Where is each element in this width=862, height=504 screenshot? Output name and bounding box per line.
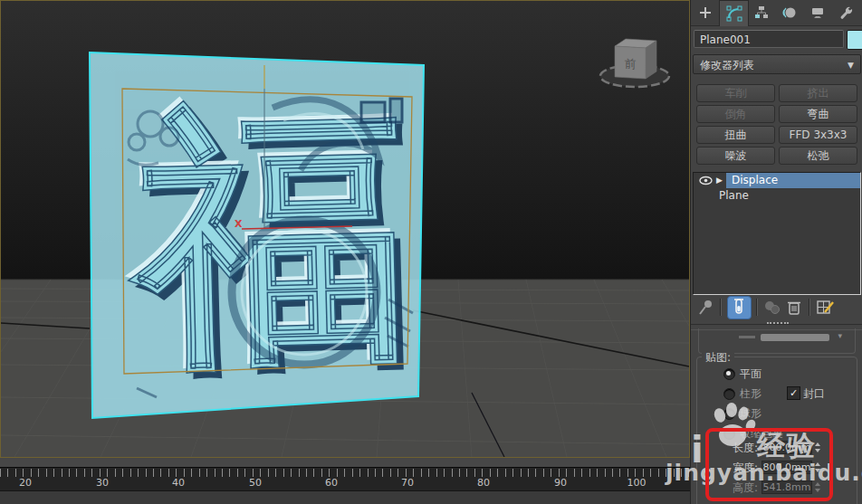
radio-cylindrical[interactable] bbox=[723, 388, 735, 400]
object-color-swatch[interactable] bbox=[847, 30, 862, 50]
radio-spherical[interactable] bbox=[723, 408, 735, 420]
chevron-down-icon: ▼ bbox=[848, 55, 854, 75]
make-unique-icon[interactable] bbox=[763, 300, 781, 316]
ruler-label: 60 bbox=[325, 477, 338, 489]
modifier-button-lathe[interactable]: 车削 bbox=[696, 84, 775, 102]
annotation-highlight-rectangle bbox=[705, 428, 833, 501]
time-slider-strip[interactable] bbox=[0, 458, 690, 468]
ruler-ticks bbox=[0, 469, 690, 477]
modifier-list-dropdown[interactable]: 修改器列表 ▼ bbox=[693, 54, 861, 74]
pin-stack-icon[interactable] bbox=[698, 299, 714, 317]
utilities-wrench-icon bbox=[838, 5, 853, 20]
motion-icon bbox=[782, 5, 797, 20]
radio-planar[interactable] bbox=[723, 368, 735, 380]
ruler-label: 70 bbox=[401, 477, 414, 489]
remove-modifier-trash-icon[interactable] bbox=[787, 299, 801, 316]
tab-hierarchy[interactable] bbox=[747, 0, 775, 25]
modifier-button-extrude[interactable]: 挤出 bbox=[779, 84, 857, 102]
ruler-label: 90 bbox=[554, 477, 567, 489]
base-object-name[interactable]: Plane bbox=[719, 188, 749, 204]
show-end-result-button[interactable] bbox=[727, 296, 752, 319]
partial-label bbox=[739, 336, 755, 338]
modifier-stack-list[interactable]: ▶ Displace Plane bbox=[693, 172, 861, 295]
ruler-label: 80 bbox=[477, 477, 490, 489]
ruler-label: 20 bbox=[19, 477, 32, 489]
modifier-button-relax[interactable]: 松弛 bbox=[779, 147, 857, 165]
modify-bezier-icon bbox=[726, 5, 742, 22]
create-plus-icon bbox=[698, 5, 713, 20]
tab-utilities[interactable] bbox=[831, 0, 859, 25]
plane001-object[interactable]: 福 福 福 bbox=[90, 52, 424, 418]
status-strip bbox=[0, 490, 690, 504]
toolbar-separator bbox=[809, 299, 810, 316]
stack-row-plane[interactable]: Plane bbox=[694, 188, 860, 204]
spinner-icon[interactable]: ▾ bbox=[838, 331, 842, 340]
tab-display[interactable] bbox=[803, 0, 831, 25]
fu-relief-carving: 福 福 福 bbox=[116, 71, 418, 404]
track-bar-ruler[interactable]: 20 30 40 50 60 70 80 90 100 bbox=[0, 468, 690, 490]
map-group-title: 贴图: bbox=[702, 350, 734, 366]
modifier-button-bevel[interactable]: 倒角 bbox=[696, 105, 775, 123]
visibility-eye-icon[interactable] bbox=[699, 176, 713, 185]
toolbar-separator bbox=[720, 299, 722, 316]
modifier-list-label: 修改器列表 bbox=[700, 59, 754, 71]
viewport-canvas[interactable]: 福 福 福 bbox=[1, 1, 689, 457]
seal-stamp bbox=[361, 99, 402, 122]
ruler-label: 30 bbox=[96, 477, 109, 489]
radio-planar-label[interactable]: 平面 bbox=[740, 366, 761, 382]
stack-toolbar bbox=[691, 296, 862, 319]
object-name-input[interactable]: Plane001 bbox=[694, 30, 844, 48]
ruler-label: 50 bbox=[249, 477, 262, 489]
hierarchy-icon bbox=[754, 5, 769, 20]
stack-row-displace[interactable]: ▶ Displace bbox=[694, 173, 860, 188]
panel-resize-handle[interactable] bbox=[767, 322, 789, 327]
modifier-button-twist[interactable]: 扭曲 bbox=[696, 126, 775, 144]
configure-modifier-sets-icon[interactable] bbox=[817, 300, 835, 316]
perspective-viewport[interactable]: 福 福 福 bbox=[0, 0, 690, 458]
test-tube-icon bbox=[728, 297, 749, 317]
modifier-button-bend[interactable]: 弯曲 bbox=[779, 105, 857, 123]
expand-arrow-icon[interactable]: ▶ bbox=[716, 173, 723, 188]
viewcube-front-face-label[interactable]: 前 bbox=[625, 57, 637, 71]
display-icon bbox=[810, 5, 825, 20]
modifier-button-noise[interactable]: 噪波 bbox=[696, 147, 775, 165]
cap-checkbox[interactable]: ✓ bbox=[787, 386, 800, 400]
ruler-label: 40 bbox=[172, 477, 185, 489]
modifier-name[interactable]: Displace bbox=[732, 173, 778, 188]
toolbar-separator bbox=[756, 299, 758, 316]
ruler-label: 100 bbox=[627, 477, 646, 489]
command-panel-tabs bbox=[691, 0, 862, 26]
tab-create[interactable] bbox=[691, 0, 719, 25]
cap-checkbox-label[interactable]: 封口 bbox=[803, 386, 825, 402]
x-axis-label: X bbox=[235, 218, 243, 230]
tab-motion[interactable] bbox=[775, 0, 803, 25]
radio-spherical-label[interactable]: 球形 bbox=[740, 406, 761, 422]
partial-slider[interactable] bbox=[761, 334, 829, 341]
3dsmax-window: 福 福 福 bbox=[0, 0, 862, 504]
tab-modify[interactable] bbox=[719, 0, 749, 26]
radio-cylindrical-label[interactable]: 柱形 bbox=[740, 386, 761, 402]
modifier-button-ffd3x3x3[interactable]: FFD 3x3x3 bbox=[779, 126, 857, 144]
